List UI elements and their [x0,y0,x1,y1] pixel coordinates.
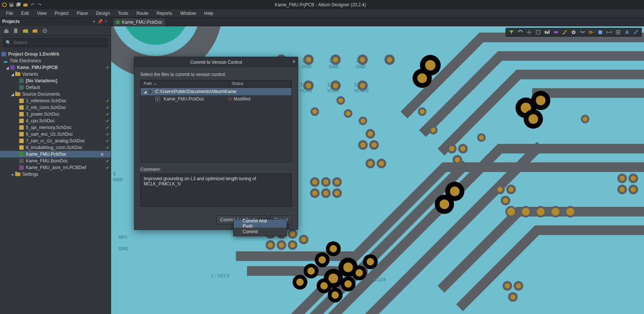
menu-file[interactable]: File [2,10,17,17]
folder-icon[interactable] [31,27,39,35]
svg-point-62 [367,160,374,167]
home-icon[interactable] [2,27,10,35]
redo-icon[interactable]: ↷ [37,2,43,8]
tree-project[interactable]: ◢Kame_FMU.PrjPCB✔ [0,64,111,71]
tree-srcdocs[interactable]: ◢Source Documents [0,91,111,97]
tree-doc-2[interactable]: 2_mb_conn.SchDoc✔ [0,104,111,111]
save-all-icon[interactable] [16,2,21,8]
settings-icon[interactable] [41,27,49,35]
svg-point-117 [589,31,591,33]
new-doc-icon[interactable] [12,27,20,35]
svg-point-21 [387,57,392,62]
filter-icon[interactable] [507,29,515,36]
menu-tools[interactable]: Tools [114,10,132,17]
tree-settings[interactable]: ▸Settings [0,171,111,178]
tab-pcbdoc[interactable]: Kame_FMU.PcbDoc [113,18,166,26]
dimension-icon[interactable] [605,29,613,36]
menu-help[interactable]: Help [200,10,217,17]
svg-point-80 [360,118,366,124]
dialog-title-bar[interactable]: Commit to Version Control × [134,57,298,67]
svg-point-19 [360,57,365,62]
polygon-icon[interactable] [596,29,604,36]
route-icon[interactable] [561,29,569,36]
svg-point-52 [300,236,307,243]
dropdown-commit[interactable]: Commit [234,228,287,236]
menu-view[interactable]: View [33,10,50,17]
panel-pin-icon[interactable]: 📌 [97,19,103,24]
checkbox-file[interactable]: ✔ [156,97,160,101]
svg-point-29 [425,60,436,70]
search-box[interactable]: 🔍 [3,38,108,47]
drill-icon[interactable] [614,29,622,36]
panel-close-icon[interactable]: × [103,19,109,24]
line-icon[interactable] [632,29,640,36]
tune-icon[interactable] [578,29,587,36]
highlight-icon[interactable] [516,29,524,36]
key-icon[interactable] [587,29,595,36]
menu-place[interactable]: Place [73,10,91,17]
undo-icon[interactable]: ↶ [30,2,36,8]
select-icon[interactable] [534,29,542,36]
expand-icon[interactable]: ◢ [143,90,147,94]
menu-reports[interactable]: Reports [153,10,176,17]
tree-workspace[interactable]: ☁Tide Electronics [0,57,111,64]
svg-point-0 [3,3,7,7]
menu-route[interactable]: Route [133,10,152,17]
window-title: Kame_FMU.PrjPCB - Altium Designer (20.2.… [43,2,598,7]
svg-point-61 [367,130,374,138]
tree-doc-1[interactable]: 1_reference.SchDoc✔ [0,97,111,104]
crosshair-icon[interactable] [525,29,533,36]
save-icon[interactable] [9,2,14,8]
menu-project[interactable]: Project [51,10,72,17]
file-row-file[interactable]: ✔ Kame_FMU.PcbDoc Modified [141,95,291,103]
svg-point-78 [337,97,344,104]
search-icon: 🔍 [6,40,11,45]
comment-textarea[interactable] [140,173,292,207]
tree-doc-pcb[interactable]: Kame_FMU.PcbDoc🗎○ [0,151,111,158]
menu-design[interactable]: Design [92,10,113,17]
tree-group[interactable]: Project Group 1.DsnWrk [0,51,111,57]
file-table-header: Path Status [141,80,291,88]
tree-doc-dwf[interactable]: Kame_FMU_asm_rm.PCBDwf✔ [0,164,111,171]
tree-doc-8[interactable]: 8_imu&debug_conn.SchDoc✔ [0,144,111,151]
panel-dropdown-icon[interactable]: ▾ [91,19,97,24]
svg-point-71 [515,282,522,290]
text-icon[interactable]: A [623,29,631,36]
dropdown-commit-push[interactable]: Commit And Push [234,219,287,228]
svg-point-103 [344,280,352,288]
tree-doc-7[interactable]: 7_can_rc_i2c_analog.SchDoc✔ [0,138,111,144]
compile-icon[interactable] [21,27,30,35]
folder-path: C:\Users\Public\Documents\Altium\Kame [156,89,291,94]
svg-point-70 [504,282,511,290]
tree-doc-4[interactable]: 4_cpu.SchDoc✔ [0,118,111,124]
svg-point-82 [430,127,437,133]
close-icon[interactable]: × [293,59,296,65]
tree-default[interactable]: Default [0,84,111,91]
svg-point-107 [367,258,374,265]
align-icon[interactable] [543,29,551,36]
col-status[interactable]: Status [228,80,291,87]
via-icon[interactable] [570,29,578,36]
tree-variants[interactable]: ◢Variants [0,71,111,77]
col-path[interactable]: Path [141,80,228,87]
svg-point-124 [617,32,619,33]
menu-edit[interactable]: Edit [17,10,33,17]
tree-doc-5[interactable]: 5_spi_memory.SchDoc✔ [0,124,111,131]
open-icon[interactable] [23,2,29,8]
checkbox-folder[interactable]: ✔ [147,89,152,94]
svg-point-66 [454,156,461,163]
file-table: Path Status ◢ ✔ C:\Users\Public\Document… [140,80,292,162]
menu-window[interactable]: Window [177,10,200,17]
tree-doc-bom[interactable]: Kame_FMU.BomDoc✔ [0,158,111,164]
app-icon [1,2,7,8]
modified-status-icon: ○ [107,152,109,156]
file-row-folder[interactable]: ◢ ✔ C:\Users\Public\Documents\Altium\Kam… [141,88,291,95]
component-icon[interactable] [552,29,560,36]
tree-doc-3[interactable]: 3_power.SchDoc✔ [0,111,111,118]
svg-point-41 [440,199,449,209]
search-input[interactable] [13,40,105,45]
tree-novars[interactable]: [No Variations] [0,77,111,84]
file-status: Modified [234,96,250,102]
tree-doc-6[interactable]: 6_uart_esc_i2c.SchDoc✔ [0,131,111,138]
svg-point-57 [322,189,330,197]
